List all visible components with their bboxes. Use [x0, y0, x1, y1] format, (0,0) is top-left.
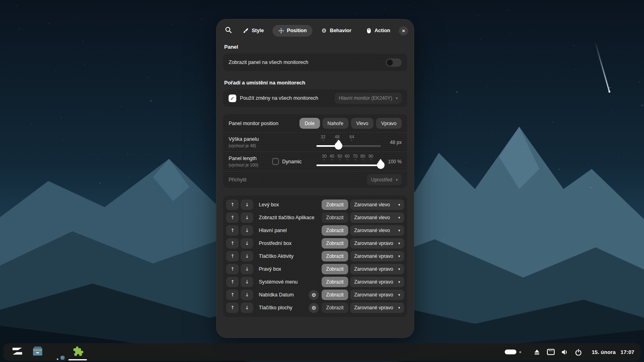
move-down-button[interactable]: ↓ — [241, 302, 253, 313]
alignment-dropdown[interactable]: Zarovnané vlevo ▾ — [350, 225, 404, 236]
move-up-button[interactable]: ↑ — [226, 251, 239, 261]
position-option-nahore[interactable]: Nahoře — [322, 118, 349, 129]
move-down-button[interactable]: ↓ — [241, 264, 253, 274]
position-option-dole[interactable]: Dole — [299, 118, 320, 129]
element-label: Systémové menu — [259, 279, 298, 285]
visibility-toggle-button[interactable]: Zobrazit — [322, 225, 348, 236]
element-settings-button[interactable]: ⚙ — [309, 290, 319, 300]
panel-length-row: Panel length (výchozí je 100) Dynamic 30… — [223, 152, 407, 171]
panel-height-slider[interactable]: 324864 — [316, 134, 382, 151]
apply-all-checkbox[interactable]: ✓ — [229, 95, 236, 102]
chevron-down-icon: ▾ — [398, 228, 400, 232]
visibility-toggle-button[interactable]: Zobrazit — [322, 251, 348, 261]
arrow-up-icon: ↑ — [230, 215, 234, 220]
close-button[interactable]: × — [399, 26, 408, 35]
element-settings-button[interactable]: ⚙ — [309, 303, 319, 313]
element-row: ↑ ↓ Systémové menu Zobrazit Zarovnané vp… — [226, 276, 404, 288]
visibility-toggle-button[interactable]: Zobrazit — [322, 290, 348, 300]
alignment-dropdown[interactable]: Zarovnané vlevo ▾ — [350, 212, 404, 223]
move-up-button[interactable]: ↑ — [226, 238, 239, 249]
show-panel-all-monitors-toggle[interactable] — [386, 58, 402, 67]
visibility-toggle-button[interactable]: Zobrazit — [322, 200, 348, 210]
panel-length-labels: Panel length (výchozí je 100) — [229, 156, 272, 167]
length-slider-handle[interactable] — [377, 161, 384, 169]
visibility-toggle-button[interactable]: Zobrazit — [322, 212, 348, 223]
screen-share-icon[interactable] — [547, 349, 555, 355]
dynamic-checkbox[interactable] — [272, 158, 279, 165]
move-down-button[interactable]: ↓ — [241, 290, 253, 300]
system-tray[interactable]: 15. února 17:07 — [505, 349, 634, 356]
alignment-dropdown[interactable]: Zarovnané vpravo ▾ — [350, 290, 404, 300]
app-zorin-menu[interactable] — [10, 343, 25, 361]
element-label: Tlačítko plochy — [259, 305, 292, 311]
tab-action[interactable]: Action — [360, 25, 396, 37]
move-down-button[interactable]: ↓ — [241, 277, 253, 287]
arrow-up-icon: ↑ — [230, 266, 234, 272]
visibility-toggle-button[interactable]: Zobrazit — [322, 302, 348, 313]
move-up-button[interactable]: ↑ — [226, 264, 239, 274]
panel-length-sublabel: (výchozí je 100) — [229, 162, 272, 167]
arrow-up-icon: ↑ — [230, 228, 234, 233]
chevron-down-icon: ▾ — [396, 96, 398, 100]
search-button[interactable] — [222, 25, 234, 37]
apply-all-label: Použít změny na všech monitorech — [240, 95, 318, 101]
move-down-button[interactable]: ↓ — [241, 238, 253, 249]
alignment-value: Zarovnané vlevo — [354, 202, 390, 208]
arrow-down-icon: ↓ — [245, 305, 249, 311]
arrow-down-icon: ↓ — [245, 241, 249, 246]
alignment-value: Zarovnané vpravo — [354, 253, 393, 259]
slider-tick: 80 — [361, 154, 365, 161]
clock[interactable]: 15. února 17:07 — [592, 349, 634, 355]
visibility-toggle-button[interactable]: Zobrazit — [322, 277, 348, 287]
move-up-button[interactable]: ↑ — [226, 212, 239, 223]
tab-behavior[interactable]: ⚙ Behavior — [316, 25, 357, 36]
visibility-toggle-button[interactable]: Zobrazit — [322, 238, 348, 249]
move-down-button[interactable]: ↓ — [241, 212, 253, 223]
monitor-select-dropdown[interactable]: Hlavní monitor (EK240Y) ▾ — [335, 93, 402, 104]
height-slider-track — [316, 145, 381, 147]
visibility-toggle-button[interactable]: Zobrazit — [322, 264, 348, 274]
chevron-down-icon: ▾ — [396, 178, 398, 182]
move-up-button[interactable]: ↑ — [226, 302, 239, 313]
move-down-button[interactable]: ↓ — [241, 251, 253, 261]
tab-style[interactable]: Style — [237, 25, 269, 37]
move-down-button[interactable]: ↓ — [241, 200, 253, 210]
alignment-dropdown[interactable]: Zarovnané vpravo ▾ — [350, 277, 404, 287]
alignment-dropdown[interactable]: Zarovnané vlevo ▾ — [350, 200, 404, 210]
app-files[interactable] — [30, 343, 45, 361]
alignment-dropdown[interactable]: Zarovnané vpravo ▾ — [350, 238, 404, 249]
move-up-button[interactable]: ↑ — [226, 200, 239, 210]
anchor-dropdown[interactable]: Uprostřed ▾ — [367, 174, 402, 185]
move-up-button[interactable]: ↑ — [226, 225, 239, 236]
app-firefox[interactable] — [50, 343, 65, 361]
tab-label: Action — [375, 28, 390, 33]
position-option-vpravo[interactable]: Vpravo — [376, 118, 402, 129]
dialog-tabs: Style Position ⚙ Behavior Action — [234, 25, 399, 37]
element-row: ↑ ↓ Hlavní panel Zobrazit Zarovnané vlev… — [226, 224, 404, 237]
move-down-button[interactable]: ↓ — [241, 225, 253, 236]
taskbar-apps — [10, 343, 85, 361]
alignment-dropdown[interactable]: Zarovnané vpravo ▾ — [350, 251, 404, 261]
tab-position[interactable]: Position — [272, 25, 312, 37]
arrow-down-icon: ↓ — [245, 202, 249, 208]
height-slider-handle[interactable] — [335, 142, 343, 150]
panel-length-slider[interactable]: 30405060708090 — [316, 153, 382, 170]
panel-height-labels: Výška panelu (výchozí je 48) — [229, 136, 316, 148]
anchor-label: Přichytit — [229, 177, 246, 183]
position-option-vlevo[interactable]: Vlevo — [351, 118, 374, 129]
element-row: ↑ ↓ Tlačítko plochy ⚙ Zobrazit Zarovnané… — [226, 301, 404, 314]
alignment-dropdown[interactable]: Zarovnané vpravo ▾ — [350, 302, 404, 313]
element-label: Hlavní panel — [259, 228, 287, 233]
app-extensions[interactable] — [70, 343, 85, 361]
eject-icon[interactable] — [534, 349, 540, 355]
volume-icon[interactable] — [561, 349, 568, 355]
move-up-button[interactable]: ↑ — [226, 290, 239, 300]
element-row: ↑ ↓ Tlačítko Aktivity Zobrazit Zarovnané… — [226, 250, 404, 263]
dialog-body: Panel Zobrazit panel na všech monitorech… — [217, 44, 414, 317]
alignment-dropdown[interactable]: Zarovnané vpravo ▾ — [350, 264, 404, 274]
slider-tick: 40 — [330, 154, 334, 161]
element-label: Pravý box — [259, 266, 281, 272]
anchor-row: Přichytit Uprostřed ▾ — [223, 171, 407, 188]
power-icon[interactable] — [575, 349, 582, 356]
move-up-button[interactable]: ↑ — [226, 277, 239, 287]
